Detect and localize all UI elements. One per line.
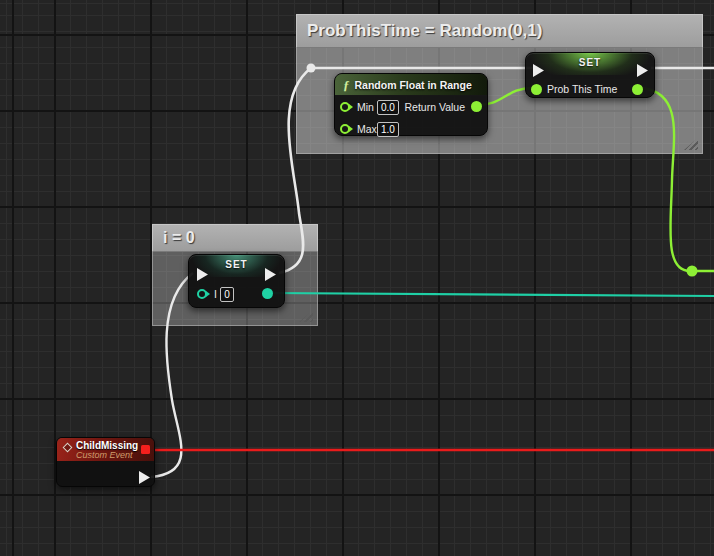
event-delegate-pin[interactable] [141,445,150,454]
wire-float-prob-out[interactable] [643,88,714,271]
custom-event-icon [63,443,73,453]
function-icon: ƒ [343,77,350,93]
event-exec-out-pin[interactable] [139,471,150,484]
wire-exec-event-to-set-i[interactable] [151,273,193,477]
random-node-header: ƒ Random Float in Range [335,74,487,95]
max-input-pin[interactable] [340,124,350,134]
event-subtitle: Custom Event [76,450,133,460]
node-random-float-in-range[interactable]: ƒ Random Float in Range Min 0.0 Return V… [334,73,488,136]
node-set-prob-this-time[interactable]: SET Prob This Time [525,52,655,98]
max-value-input[interactable]: 1.0 [377,122,399,137]
event-node-header: ChildMissing Custom Event [57,438,154,461]
set-prob-header: SET [526,53,654,75]
wire-int-i-out[interactable] [270,293,714,296]
set-i-title: SET [189,259,284,270]
i-value-input[interactable]: 0 [220,287,234,302]
float-reroute-dot[interactable] [687,266,698,277]
set-prob-title: SET [526,57,654,68]
exec-reroute-dot[interactable] [307,64,316,73]
return-value-label: Return Value [404,101,465,113]
min-pin-label: Min [357,101,374,113]
i-output-pin[interactable] [262,288,273,299]
return-value-output-pin[interactable] [471,101,482,112]
min-input-pin[interactable] [340,102,350,112]
node-set-i[interactable]: SET I 0 [188,254,285,308]
prob-this-time-input-pin[interactable] [531,84,542,95]
i-pin-label: I [214,288,217,300]
max-pin-label: Max [357,123,377,135]
node-child-missing-event[interactable]: ChildMissing Custom Event [56,437,155,487]
prob-this-time-output-pin[interactable] [632,84,643,95]
prob-this-time-label: Prob This Time [547,83,617,95]
min-value-input[interactable]: 0.0 [377,100,399,115]
i-input-pin[interactable] [197,289,207,299]
random-node-title: Random Float in Range [355,79,472,91]
blueprint-canvas[interactable]: ProbThisTime = Random(0,1) i = 0 ƒ Rando… [0,0,714,556]
